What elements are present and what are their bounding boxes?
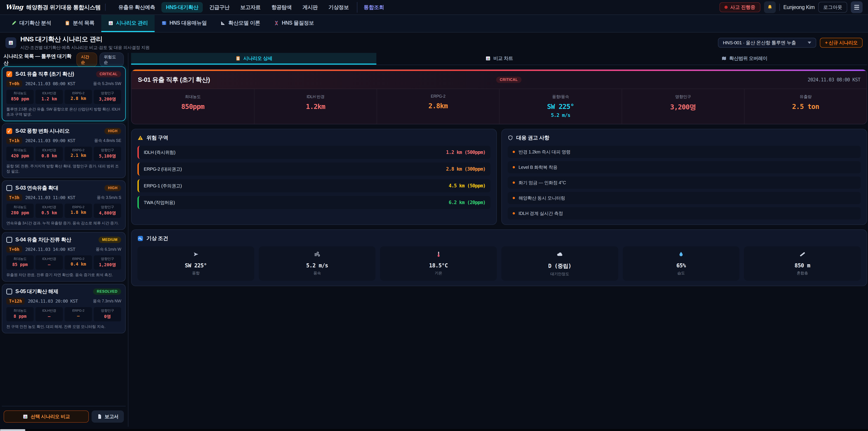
stat-label: IDLH반경 bbox=[35, 148, 63, 152]
weather-label: 풍속 bbox=[260, 271, 374, 276]
topnav-item-2[interactable]: 긴급구난 bbox=[205, 2, 234, 13]
time-offset-chip: T+3h bbox=[6, 194, 22, 201]
sidebar-header: 시나리오 목록 — 톨루엔 대기확산 시간순위험도순 bbox=[2, 53, 126, 66]
stat-value: 2.1 km bbox=[65, 153, 92, 158]
incident-select-dropdown[interactable]: HNS-001 · 울산 온산항 톨루엔 누출 bbox=[718, 38, 816, 48]
weather-title-row: 기상 조건 bbox=[137, 235, 861, 242]
scenario-card-1[interactable]: S-02 풍향 변화 시나리오HIGHT+1h2024.11.03 09:00 … bbox=[2, 123, 126, 178]
scenario-time-row: T+12h2024.11.03 20:00 KST풍속 7.3m/s NW bbox=[6, 298, 121, 304]
scenario-wind: 풍속 3.5m/s S bbox=[97, 195, 121, 200]
sort-button-0[interactable]: 시간순 bbox=[76, 53, 97, 67]
subnav-tab-4[interactable]: 확산모델 이론 bbox=[213, 15, 267, 32]
scenario-checkbox[interactable] bbox=[6, 185, 12, 191]
page-header-actions: HNS-001 · 울산 온산항 톨루엔 누출 + 신규 시나리오 bbox=[718, 38, 863, 48]
warning-icon bbox=[137, 135, 143, 141]
time-offset-chip: T+1h bbox=[6, 137, 22, 144]
app-logo[interactable]: Wing 해양환경 위기대응 통합시스템 bbox=[5, 3, 101, 11]
hamburger-menu-button[interactable] bbox=[851, 1, 863, 13]
subnav-tab-label: HNS 물질정보 bbox=[282, 20, 314, 26]
main-tab-0[interactable]: 시나리오 상세 bbox=[131, 53, 376, 65]
main-tab-1[interactable]: 비교 차트 bbox=[376, 53, 622, 65]
weather-card-3: D (중립)대기안정도 bbox=[501, 246, 618, 281]
topnav-item-1[interactable]: HNS·대기확산 bbox=[161, 2, 203, 13]
recommendations-title-row: 대응 권고 사항 bbox=[508, 134, 861, 141]
weather-value: 65% bbox=[625, 263, 738, 269]
subnav-tab-5[interactable]: HNS 물질정보 bbox=[267, 15, 321, 32]
recommendation-row-2: 화기 엄금 — 인화점 4°C bbox=[508, 177, 861, 189]
scenario-card-4[interactable]: S-05 대기확산 해제RESOLVEDT+12h2024.11.03 20:0… bbox=[2, 284, 126, 333]
thermometer-icon bbox=[435, 251, 442, 257]
topnav-item-4[interactable]: 항공탐색 bbox=[267, 2, 296, 13]
main-tab-bar: 시나리오 상세비교 차트확산범위 오버레이 bbox=[131, 53, 867, 65]
report-button[interactable]: 보고서 bbox=[92, 410, 124, 423]
topnav-item-5[interactable]: 게시판 bbox=[298, 2, 322, 13]
scenario-description: 연속유출 3시간 경과. 누적 유출량 증가. 풍속 감소로 체류 시간 증가. bbox=[6, 221, 121, 226]
severity-badge: CRITICAL bbox=[96, 71, 121, 77]
risk-zone-row-3: TWA (작업허용)6.2 km (20ppm) bbox=[137, 196, 491, 209]
subnav-tab-3[interactable]: HNS 대응매뉴얼 bbox=[155, 15, 214, 32]
scenario-card-0[interactable]: S-01 유출 직후 (초기 확산)CRITICALT+0h2024.11.03… bbox=[2, 66, 126, 121]
stat-label: IDLH반경 bbox=[35, 308, 63, 313]
bell-icon bbox=[767, 4, 773, 10]
subnav-tab-1[interactable]: 분석 목록 bbox=[58, 15, 101, 32]
stat-label: 영향인구 bbox=[94, 308, 121, 313]
main-tab-label: 시나리오 상세 bbox=[243, 55, 272, 61]
topnav-item-0[interactable]: 유출유 확산예측 bbox=[114, 2, 160, 13]
triangle-ruler-icon bbox=[220, 20, 225, 26]
severity-badge: MEDIUM bbox=[98, 237, 121, 243]
recommendation-row-1: Level B 화학복 착용 bbox=[508, 161, 861, 173]
topnav-item-3[interactable]: 보고자료 bbox=[236, 2, 265, 13]
scenario-checkbox[interactable] bbox=[6, 237, 12, 243]
sort-button-1[interactable]: 위험도순 bbox=[99, 53, 124, 67]
scenario-card-header: S-05 대기확산 해제RESOLVED bbox=[6, 288, 121, 295]
scenario-checkbox[interactable] bbox=[6, 128, 12, 134]
stat-value: 8 ppm bbox=[6, 314, 34, 319]
incident-label: 사고 진행중 bbox=[730, 4, 755, 10]
recommendation-row-0: 반경 1.2km 즉시 대피 명령 bbox=[508, 146, 861, 158]
new-scenario-button[interactable]: + 신규 시나리오 bbox=[820, 38, 863, 48]
severity-badge: HIGH bbox=[104, 185, 121, 191]
incident-dot-icon bbox=[724, 6, 727, 9]
subnav-tab-label: 확산모델 이론 bbox=[228, 20, 260, 26]
scenario-card-header: S-03 연속유출 확대HIGH bbox=[6, 184, 121, 191]
main-area: 시나리오 상세비교 차트확산범위 오버레이 S-01 유출 직후 (초기 확산)… bbox=[128, 53, 868, 427]
user-name: Eunjeong Kim bbox=[783, 4, 815, 10]
incident-status-badge[interactable]: 사고 진행중 bbox=[719, 2, 761, 12]
compare-scenarios-button[interactable]: 선택 시나리오 비교 bbox=[4, 410, 89, 423]
scenario-time-row: T+6h2024.11.03 14:00 KST풍속 6.1m/s W bbox=[6, 246, 121, 253]
scenario-checkbox[interactable] bbox=[6, 288, 12, 295]
weather-value: 850 m bbox=[746, 263, 859, 269]
page-header: HNS 대기확산 시나리오 관리 시간·조건별 대기확산 예측 시나리오 비교·… bbox=[0, 33, 868, 53]
scenario-card-3[interactable]: S-04 유출 차단·잔류 확산MEDIUMT+6h2024.11.03 14:… bbox=[2, 232, 126, 282]
horizontal-scrollbar-thumb[interactable] bbox=[0, 429, 25, 431]
scenario-card-list: S-01 유출 직후 (초기 확산)CRITICALT+0h2024.11.03… bbox=[2, 66, 126, 333]
bullet-dot-icon bbox=[513, 197, 515, 199]
subnav-tab-0[interactable]: 대기확산 분석 bbox=[4, 15, 58, 32]
risk-zone-value: 4.5 km (50ppm) bbox=[449, 183, 486, 188]
notifications-button[interactable] bbox=[764, 1, 776, 13]
page-title-icon-box bbox=[5, 37, 16, 48]
recommendations-panel: 대응 권고 사항 반경 1.2km 즉시 대피 명령Level B 화학복 착용… bbox=[501, 129, 867, 225]
droplet-icon bbox=[678, 251, 684, 257]
stat-box: 영향인구5,100명 bbox=[94, 147, 121, 161]
scenario-checkbox[interactable] bbox=[6, 71, 12, 77]
logout-button[interactable]: 로그아웃 bbox=[818, 2, 847, 13]
weather-label: 기온 bbox=[382, 271, 495, 276]
bullet-dot-icon bbox=[513, 212, 515, 214]
main-tab-2[interactable]: 확산범위 오버레이 bbox=[622, 53, 867, 65]
topnav-item-6[interactable]: 기상정보 bbox=[324, 2, 353, 13]
scenario-stats: 최대농도280 ppmIDLH반경0.5 kmERPG-21.8 km영향인구4… bbox=[6, 204, 121, 218]
topnav-item-7[interactable]: 통합조회 bbox=[357, 2, 389, 13]
weather-label: 혼합층 bbox=[746, 271, 859, 276]
stat-label: IDLH반경 bbox=[35, 205, 63, 209]
risk-zone-row-1: ERPG-2 (대피권고)2.8 km (300ppm) bbox=[137, 162, 491, 176]
scenario-card-2[interactable]: S-03 연속유출 확대HIGHT+3h2024.11.03 11:00 KST… bbox=[2, 180, 126, 230]
divider bbox=[105, 4, 105, 11]
stat-box: 최대농도420 ppm bbox=[6, 147, 34, 161]
subnav-tab-2[interactable]: 시나리오 관리 bbox=[101, 15, 155, 32]
detail-stat-value: 1.2km bbox=[257, 102, 374, 111]
scenario-title: S-02 풍향 변화 시나리오 bbox=[16, 127, 70, 134]
sort-button-group: 시간순위험도순 bbox=[76, 53, 124, 67]
weather-label: 대기안정도 bbox=[503, 271, 616, 277]
bullet-dot-icon bbox=[513, 166, 515, 168]
